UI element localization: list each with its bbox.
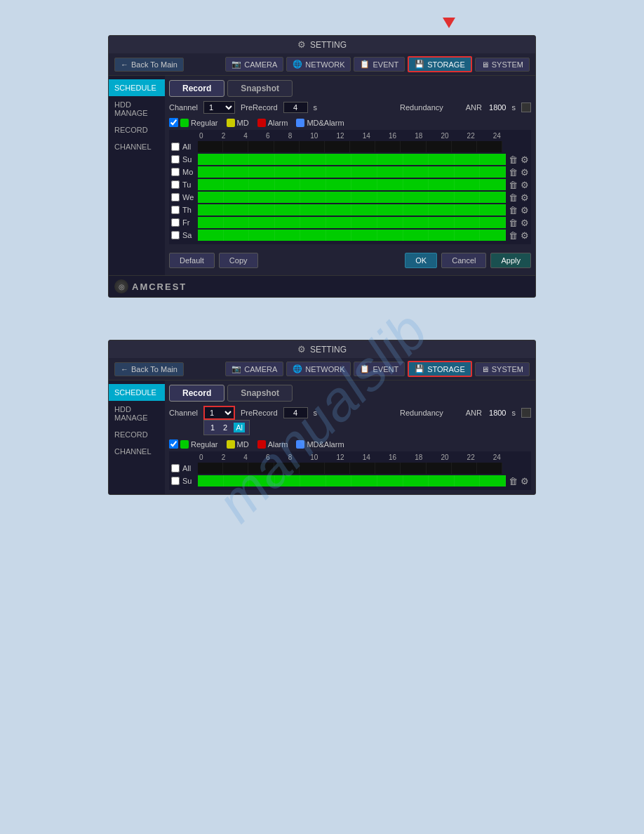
bottom-sidebar-schedule[interactable]: SCHEDULE <box>109 384 165 401</box>
bottom-su-checkbox[interactable] <box>171 477 180 485</box>
mo-timeline-bar[interactable] <box>198 166 506 178</box>
event-icon: 📋 <box>360 60 370 69</box>
su-settings-icon[interactable]: ⚙ <box>521 154 529 165</box>
bottom-snapshot-tab-button[interactable]: Snapshot <box>227 385 293 402</box>
channel-option-1[interactable]: 1 <box>208 423 217 432</box>
we-delete-icon[interactable]: 🗑 <box>509 192 518 203</box>
system-nav-button[interactable]: 🖥 SYSTEM <box>475 58 530 72</box>
camera-icon: 📷 <box>232 60 241 69</box>
tu-delete-icon[interactable]: 🗑 <box>509 180 518 190</box>
su-actions: 🗑 ⚙ <box>509 154 529 165</box>
bottom-all-timeline-bar[interactable] <box>198 463 502 474</box>
bottom-su-delete-icon[interactable]: 🗑 <box>509 476 518 486</box>
we-timeline-bar[interactable] <box>198 192 506 203</box>
bottom-record-tab-button[interactable]: Record <box>169 385 224 402</box>
bottom-legend-row: Regular MD Alarm MD&Alarm <box>169 439 531 449</box>
bottom-day-row-su: Su 🗑 ⚙ <box>171 475 529 486</box>
bottom-su-timeline-bar[interactable] <box>198 475 506 486</box>
bottom-storage-button[interactable]: 💾 STORAGE <box>408 361 472 377</box>
mo-settings-icon[interactable]: ⚙ <box>521 167 529 178</box>
sa-delete-icon[interactable]: 🗑 <box>509 230 518 241</box>
bottom-prerecord-input[interactable] <box>283 407 308 418</box>
channel-option-2[interactable]: 2 <box>221 423 229 432</box>
su-checkbox[interactable] <box>171 155 180 164</box>
th-delete-icon[interactable]: 🗑 <box>509 205 518 216</box>
bottom-channel-select[interactable]: 1 <box>203 406 235 420</box>
fr-timeline-bar[interactable] <box>198 217 506 228</box>
th-checkbox[interactable] <box>171 206 180 214</box>
bottom-sidebar-channel[interactable]: CHANNEL <box>109 443 165 460</box>
we-checkbox[interactable] <box>171 193 180 201</box>
tu-checkbox[interactable] <box>171 180 180 189</box>
sa-settings-icon[interactable]: ⚙ <box>521 230 529 241</box>
bottom-system-button[interactable]: 🖥 SYSTEM <box>475 362 530 376</box>
camera-nav-button[interactable]: 📷 CAMERA <box>225 57 283 72</box>
bottom-anr-checkbox[interactable] <box>521 408 531 418</box>
fr-settings-icon[interactable]: ⚙ <box>521 218 529 228</box>
title-bar: ⚙ SETTING <box>109 36 535 53</box>
back-to-main-button[interactable]: ← Back To Main <box>114 58 184 72</box>
channel-option-al[interactable]: Al <box>234 423 245 432</box>
system-icon: 🖥 <box>481 60 489 69</box>
sidebar-item-schedule[interactable]: SCHEDULE <box>109 79 165 96</box>
bottom-sidebar-record[interactable]: RECORD <box>109 426 165 443</box>
sa-checkbox[interactable] <box>171 231 180 239</box>
md-label: MD <box>237 119 249 127</box>
bottom-nav-bar: ← Back To Main 📷 CAMERA 🌐 NETWORK 📋 EVEN… <box>109 358 535 380</box>
mo-checkbox[interactable] <box>171 168 180 176</box>
th-settings-icon[interactable]: ⚙ <box>521 205 529 216</box>
snapshot-tab-button[interactable]: Snapshot <box>227 80 293 97</box>
th-label: Th <box>182 206 198 214</box>
bottom-channel-label: Channel <box>169 409 198 417</box>
sidebar-item-channel[interactable]: CHANNEL <box>109 138 165 155</box>
su-timeline-bar[interactable] <box>198 154 506 165</box>
cancel-button[interactable]: Cancel <box>441 253 486 268</box>
regular-checkbox[interactable] <box>169 118 178 127</box>
bottom-anr-label: ANR <box>466 409 482 417</box>
network-nav-button[interactable]: 🌐 NETWORK <box>286 57 351 72</box>
bottom-regular-checkbox[interactable] <box>169 439 178 449</box>
ok-button[interactable]: OK <box>405 253 437 268</box>
bottom-anr-unit: s <box>512 409 516 417</box>
bottom-schedule-grid: 0 2 4 6 8 10 12 14 16 18 20 <box>169 451 531 490</box>
sidebar-item-hdd-manage[interactable]: HDD MANAGE <box>109 96 165 121</box>
tu-timeline-bar[interactable] <box>198 179 506 190</box>
event-nav-button[interactable]: 📋 EVENT <box>354 57 405 72</box>
bottom-su-settings-icon[interactable]: ⚙ <box>521 476 529 486</box>
sidebar-item-record[interactable]: RECORD <box>109 121 165 138</box>
bottom-back-label: Back To Main <box>131 365 177 373</box>
default-button[interactable]: Default <box>169 253 215 268</box>
prerecord-label: PreRecord <box>241 103 278 112</box>
anr-checkbox[interactable] <box>521 102 531 112</box>
mo-delete-icon[interactable]: 🗑 <box>509 167 518 178</box>
bottom-back-button[interactable]: ← Back To Main <box>114 362 184 376</box>
bottom-all-checkbox[interactable] <box>171 464 180 472</box>
sa-timeline-bar[interactable] <box>198 230 506 241</box>
bottom-network-button[interactable]: 🌐 NETWORK <box>286 362 351 376</box>
bottom-sidebar-hdd-manage[interactable]: HDD MANAGE <box>109 401 165 426</box>
storage-nav-button[interactable]: 💾 STORAGE <box>408 56 472 72</box>
su-delete-icon[interactable]: 🗑 <box>509 154 518 165</box>
tu-settings-icon[interactable]: ⚙ <box>521 180 529 190</box>
all-check[interactable] <box>171 143 182 151</box>
fr-checkbox[interactable] <box>171 218 180 227</box>
md-color-dot <box>227 119 235 127</box>
bottom-storage-icon: 💾 <box>415 364 424 373</box>
prerecord-input[interactable] <box>283 102 308 113</box>
record-tab-button[interactable]: Record <box>169 80 224 97</box>
network-icon: 🌐 <box>293 60 302 69</box>
we-settings-icon[interactable]: ⚙ <box>521 192 529 203</box>
bottom-legend-md: MD <box>227 440 249 449</box>
channel-select[interactable]: 1 2 <box>203 101 235 114</box>
copy-button[interactable]: Copy <box>219 253 258 268</box>
bottom-event-button[interactable]: 📋 EVENT <box>354 362 405 376</box>
apply-button[interactable]: Apply <box>490 253 531 268</box>
bottom-alarm-label: Alarm <box>268 440 288 449</box>
bottom-camera-icon: 📷 <box>232 364 241 373</box>
bottom-md-alarm-label: MD&Alarm <box>307 440 344 449</box>
fr-delete-icon[interactable]: 🗑 <box>509 218 518 228</box>
all-checkbox[interactable] <box>171 143 180 151</box>
all-timeline-bar[interactable] <box>198 141 502 152</box>
th-timeline-bar[interactable] <box>198 204 506 216</box>
bottom-camera-button[interactable]: 📷 CAMERA <box>225 362 283 376</box>
